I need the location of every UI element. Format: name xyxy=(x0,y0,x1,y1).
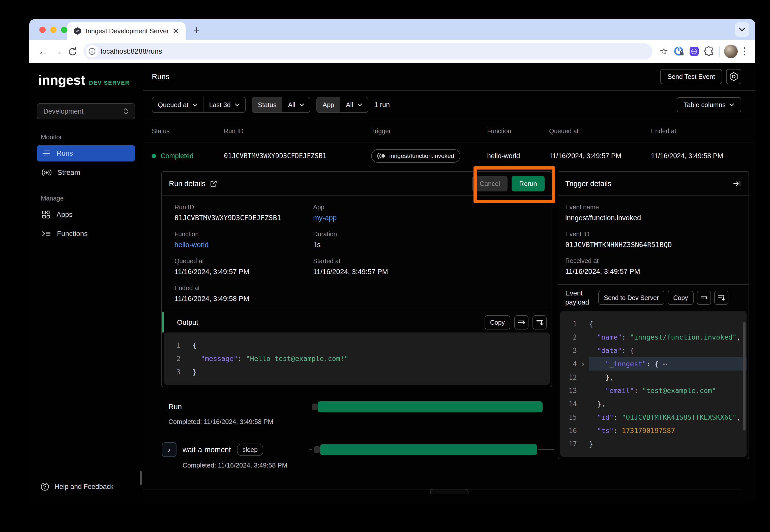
field-label: Duration xyxy=(313,230,544,238)
code-line-14: 14 }, xyxy=(560,397,747,411)
status-filter-select[interactable]: All xyxy=(282,97,310,112)
reload-button[interactable] xyxy=(65,44,80,59)
column-header-status[interactable]: Status xyxy=(152,127,224,135)
payload-scrollbar-thumb[interactable] xyxy=(743,322,746,430)
run-timeline: Run Completed: 11/16/2024, 3:49:58 PM › … xyxy=(161,401,557,469)
sidebar-item-apps[interactable]: Apps xyxy=(37,207,135,223)
zoom-window-button[interactable] xyxy=(61,27,67,33)
section-label-manage: Manage xyxy=(41,195,135,202)
collapse-details-button[interactable] xyxy=(430,489,468,494)
time-range-select[interactable]: Last 3d xyxy=(204,97,245,112)
app-filter-select[interactable]: All xyxy=(340,97,368,112)
cancel-button[interactable]: Cancel xyxy=(472,176,507,191)
rerun-button[interactable]: Rerun xyxy=(511,176,544,191)
help-and-feedback[interactable]: Help and Feedback xyxy=(37,482,135,491)
step-trailing-tick xyxy=(538,449,554,450)
bookmark-star-icon[interactable]: ☆ xyxy=(656,44,672,59)
sidebar-item-stream[interactable]: Stream xyxy=(37,164,135,181)
run-queued-segment xyxy=(312,404,318,410)
browser-menu-button[interactable] xyxy=(740,47,749,55)
password-manager-extension-icon[interactable] xyxy=(672,44,687,59)
run-completed-timestamp: Completed: 11/16/2024, 3:49:58 PM xyxy=(168,418,557,426)
field-app: Appmy-app xyxy=(313,204,544,222)
site-info-button[interactable] xyxy=(86,45,98,58)
field-value: inngest/function.invoked xyxy=(565,214,742,222)
column-header-function[interactable]: Function xyxy=(487,127,549,135)
page-title: Runs xyxy=(152,72,169,81)
external-link-icon[interactable] xyxy=(210,180,217,187)
send-test-event-button[interactable]: Send Test Event xyxy=(660,69,722,84)
line-number: 1 xyxy=(164,339,180,352)
queued-at-cell: 11/16/2024, 3:49:57 PM xyxy=(549,152,651,160)
tab-strip: Inngest Development Server ✕ + xyxy=(29,19,755,40)
stream-icon xyxy=(42,169,51,177)
environment-select[interactable]: Development xyxy=(37,103,135,119)
section-label-monitor: Monitor xyxy=(41,134,135,141)
run-table-row[interactable]: Completed 01JCVBTMV3WXY9D3CFDEJFZSB1 inn… xyxy=(143,143,755,169)
run-count: 1 run xyxy=(374,101,390,109)
grammar-extension-icon[interactable] xyxy=(687,44,702,59)
function-cell: hello-world xyxy=(487,152,549,160)
run-details-card: Run details Cancel Rerun Run ID01JCVBTMV… xyxy=(161,171,552,387)
code-text: "message": "Hello test@example.com!" xyxy=(192,352,549,365)
column-header-queued-at[interactable]: Queued at xyxy=(549,127,651,135)
field-queued-at: Queued at11/16/2024, 3:49:57 PM xyxy=(174,257,313,276)
sidebar: inngest DEV SERVER Development Monitor R… xyxy=(29,63,143,503)
column-header-run-id[interactable]: Run ID xyxy=(224,127,371,135)
column-header-ended-at[interactable]: Ended at xyxy=(651,127,741,135)
code-line-1: 1{ xyxy=(560,317,747,330)
forward-button[interactable]: → xyxy=(50,44,65,59)
step-queued-segment xyxy=(314,446,320,453)
column-header-trigger[interactable]: Trigger xyxy=(371,127,487,135)
profile-avatar[interactable] xyxy=(724,45,738,58)
sidebar-scrollbar-thumb[interactable] xyxy=(140,471,142,485)
code-text: "email": "test@example.com" xyxy=(589,384,747,397)
expand-step-button[interactable]: › xyxy=(162,442,176,457)
time-field-select[interactable]: Queued at xyxy=(152,97,203,112)
step-duration-bar[interactable] xyxy=(320,444,537,455)
runs-table-header: Status Run ID Trigger Function Queued at… xyxy=(143,119,755,143)
line-number: 17 xyxy=(560,437,577,451)
minimize-window-button[interactable] xyxy=(50,27,56,33)
new-tab-button[interactable]: + xyxy=(193,24,200,36)
scroll-to-bottom-button[interactable] xyxy=(714,291,728,305)
field-started-at: Started at11/16/2024, 3:49:57 PM xyxy=(313,257,544,276)
wrap-text-button[interactable] xyxy=(514,315,528,329)
collapse-panel-icon[interactable] xyxy=(733,180,742,187)
field-received-at: Received at11/16/2024, 3:49:57 PM xyxy=(565,257,742,276)
scroll-to-bottom-button[interactable] xyxy=(532,315,546,329)
field-label: Queued at xyxy=(174,257,313,265)
step-completed-timestamp: Completed: 11/16/2024, 3:49:58 PM xyxy=(182,461,557,469)
sidebar-item-runs[interactable]: Runs xyxy=(37,145,135,161)
trigger-badge[interactable]: inngest/function.invoked xyxy=(371,149,460,163)
code-text: } xyxy=(192,365,549,379)
field-label: App xyxy=(313,204,544,211)
field-value: 11/16/2024, 3:49:57 PM xyxy=(313,268,544,276)
send-to-dev-server-button[interactable]: Send to Dev Server xyxy=(598,291,664,305)
tab-search-button[interactable] xyxy=(735,22,749,37)
close-window-button[interactable] xyxy=(39,27,46,33)
field-value-link[interactable]: hello-world xyxy=(174,241,313,249)
field-value: 01JCVBTMV3WXY9D3CFDEJFZSB1 xyxy=(174,214,313,222)
field-value: 11/16/2024, 3:49:58 PM xyxy=(174,295,313,303)
wrap-text-icon xyxy=(700,294,708,301)
field-event-id: Event ID01JCVBTMTKNHNHZ3SN64R51BQD xyxy=(565,230,742,249)
browser-tab[interactable]: Inngest Development Server ✕ xyxy=(67,22,185,40)
fold-chevron-icon[interactable]: › xyxy=(577,357,589,371)
code-text: "id": "01JCVBTMTKR41S8STTKEXSKX6C", xyxy=(589,411,747,424)
field-value-link[interactable]: my-app xyxy=(313,214,544,222)
back-button[interactable]: ← xyxy=(36,44,50,59)
settings-button[interactable] xyxy=(726,69,741,84)
code-text: } xyxy=(589,437,747,451)
close-tab-icon[interactable]: ✕ xyxy=(173,27,179,36)
extensions-puzzle-icon[interactable] xyxy=(702,44,717,59)
sidebar-item-functions[interactable]: Functions xyxy=(37,226,135,242)
trigger-details-title: Trigger details xyxy=(565,180,612,188)
run-duration-bar[interactable] xyxy=(318,401,542,412)
copy-output-button[interactable]: Copy xyxy=(485,315,510,329)
code-text: "_inngest": { ⋯ xyxy=(589,357,747,371)
wrap-text-button[interactable] xyxy=(697,291,711,305)
table-columns-button[interactable]: Table columns xyxy=(677,97,741,112)
copy-payload-button[interactable]: Copy xyxy=(668,291,693,305)
address-bar[interactable]: localhost:8288/runs xyxy=(84,43,652,59)
